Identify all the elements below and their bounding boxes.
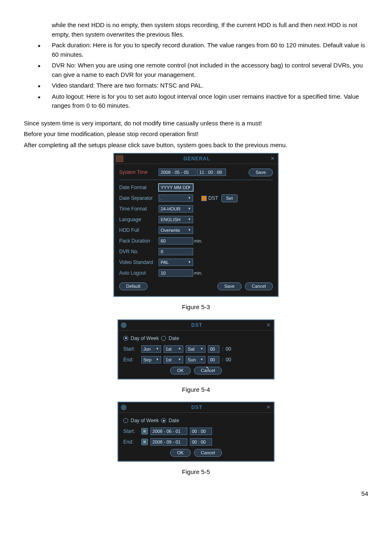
date-label: Date	[168, 335, 179, 342]
system-time-time-input[interactable]: 11 : 00 : 08	[197, 169, 226, 176]
dst-checkbox[interactable]	[201, 196, 207, 201]
start-mm: 00	[226, 345, 231, 353]
date-radio[interactable]	[161, 418, 166, 423]
start-label: Start:	[123, 428, 139, 435]
start-time-input[interactable]: 00 : 00	[190, 428, 212, 435]
chevron-down-icon: ▼	[199, 346, 204, 352]
chevron-down-icon: ▼	[187, 227, 192, 234]
dvr-no-label: DVR No.	[119, 248, 159, 255]
close-icon[interactable]: ✕	[265, 403, 272, 412]
day-of-week-radio[interactable]	[123, 336, 128, 341]
bullet-dvr-no: DVR No: When you are using one remote co…	[24, 61, 368, 79]
set-button[interactable]: Set	[221, 194, 238, 202]
general-dialog: GENERAL ✕ System Time 2008 - 05 - 05 11 …	[113, 153, 279, 297]
end-day-select[interactable]: Sun▼	[186, 356, 205, 363]
ok-button[interactable]: OK	[170, 449, 191, 457]
date-radio[interactable]	[161, 336, 166, 341]
language-label: Language	[119, 216, 159, 223]
save-button[interactable]: Save	[217, 282, 242, 290]
paragraph-3: After completing all the setups please c…	[24, 141, 368, 150]
start-hh-input[interactable]: 00	[208, 345, 219, 353]
chevron-down-icon: ▼	[199, 356, 204, 363]
chevron-down-icon: ▼	[155, 356, 160, 363]
end-date-input[interactable]: 2008 - 09 - 01	[150, 438, 187, 446]
end-week-select[interactable]: 1st▼	[164, 356, 183, 363]
page-number: 54	[24, 489, 368, 499]
calendar-icon[interactable]: ▦	[141, 428, 148, 435]
auto-logout-input[interactable]: 10	[159, 269, 193, 277]
chevron-down-icon: ▼	[155, 346, 160, 352]
chevron-down-icon: ▼	[177, 346, 182, 352]
day-of-week-label: Day of Week	[131, 335, 159, 342]
cancel-button[interactable]: Cancel↖	[194, 367, 222, 375]
cancel-button[interactable]: Cancel	[245, 282, 273, 290]
bullet-auto-logout: Auto logout: Here is for you to set auto…	[24, 92, 368, 111]
min-unit-2: min.	[194, 270, 203, 277]
save-time-button[interactable]: Save	[249, 169, 273, 176]
end-hh-input[interactable]: 00	[208, 356, 219, 363]
start-month-select[interactable]: Jun▼	[141, 345, 161, 353]
start-day-select[interactable]: Sat▼	[186, 345, 205, 353]
calendar-icon[interactable]: ▦	[141, 439, 148, 445]
figure-5-3-caption: Figure 5-3	[24, 303, 368, 312]
cursor-icon: ↖	[206, 365, 210, 372]
end-month-select[interactable]: Sep▼	[141, 356, 161, 363]
dst-dialog-2: DST ✕ Day of Week Date Start: ▦ 2008 - 0…	[118, 402, 274, 462]
end-label: End:	[123, 438, 139, 446]
paragraph-1: Since system time is very important, do …	[24, 119, 368, 128]
start-week-select[interactable]: 1st▼	[164, 345, 183, 353]
end-time-input[interactable]: 00 : 00	[190, 438, 212, 446]
date-separator-select[interactable]: .▼	[159, 194, 193, 202]
cancel-button[interactable]: Cancel	[194, 449, 222, 457]
chevron-down-icon: ▼	[177, 356, 182, 363]
dvr-no-input[interactable]: 8	[159, 248, 193, 255]
dst-label: DST	[208, 194, 218, 202]
dst-icon	[120, 404, 127, 411]
date-format-select[interactable]: YYYY MM DD▼	[159, 184, 193, 191]
chevron-down-icon: ▼	[187, 259, 192, 266]
chevron-down-icon: ▼	[187, 184, 192, 191]
system-time-date-input[interactable]: 2008 - 05 - 05	[159, 169, 196, 176]
bullet-pack-duration: Pack duration: Here is for you to specif…	[24, 41, 368, 59]
chevron-down-icon: ▼	[187, 206, 192, 212]
figure-5-5-caption: Figure 5-5	[24, 467, 368, 477]
hdd-full-label: HDD Full	[119, 227, 159, 234]
system-time-label: System Time	[119, 169, 159, 176]
date-label: Date	[168, 417, 179, 424]
day-of-week-radio[interactable]	[123, 418, 128, 423]
chevron-down-icon: ▼	[187, 195, 192, 201]
video-standard-label: Video Standard	[119, 259, 159, 266]
close-icon[interactable]: ✕	[265, 321, 272, 329]
pack-duration-label: Pack Duration	[119, 237, 159, 245]
hdd-full-select[interactable]: Overwrite▼	[159, 227, 193, 234]
day-of-week-label: Day of Week	[131, 417, 159, 424]
start-date-input[interactable]: 2008 - 06 - 01	[150, 428, 187, 435]
ok-button[interactable]: OK	[170, 367, 191, 375]
date-separator-label: Date Separator	[119, 194, 159, 202]
figure-5-4-caption: Figure 5-4	[24, 385, 368, 395]
date-format-label: Date Format	[119, 184, 159, 191]
intro-text: while the next HDD is no empty, then sys…	[52, 21, 368, 39]
pack-duration-input[interactable]: 60	[159, 237, 193, 245]
general-icon	[116, 155, 123, 162]
bullet-video-standard: Video standard: There are two formats: N…	[24, 81, 368, 90]
time-format-select[interactable]: 24-HOUR▼	[159, 205, 193, 213]
close-icon[interactable]: ✕	[269, 155, 276, 163]
paragraph-2: Before your time modification, please st…	[24, 130, 368, 139]
start-label: Start:	[123, 345, 139, 353]
min-unit: min.	[194, 238, 203, 245]
chevron-down-icon: ▼	[187, 216, 192, 223]
language-select[interactable]: ENGLISH▼	[159, 216, 193, 223]
end-mm: 00	[226, 356, 231, 363]
time-format-label: Time Format	[119, 205, 159, 213]
dst-icon	[120, 321, 127, 329]
default-button[interactable]: Default	[119, 282, 148, 290]
dst-title: DST	[129, 404, 265, 411]
general-title: GENERAL	[125, 155, 269, 162]
auto-logout-label: Auto Logout	[119, 269, 159, 277]
dst-dialog-1: DST ✕ Day of Week Date Start: Jun▼ 1st▼ …	[118, 319, 274, 379]
end-label: End:	[123, 356, 139, 363]
dst-title: DST	[129, 321, 265, 329]
video-standard-select[interactable]: PAL▼	[159, 259, 193, 266]
